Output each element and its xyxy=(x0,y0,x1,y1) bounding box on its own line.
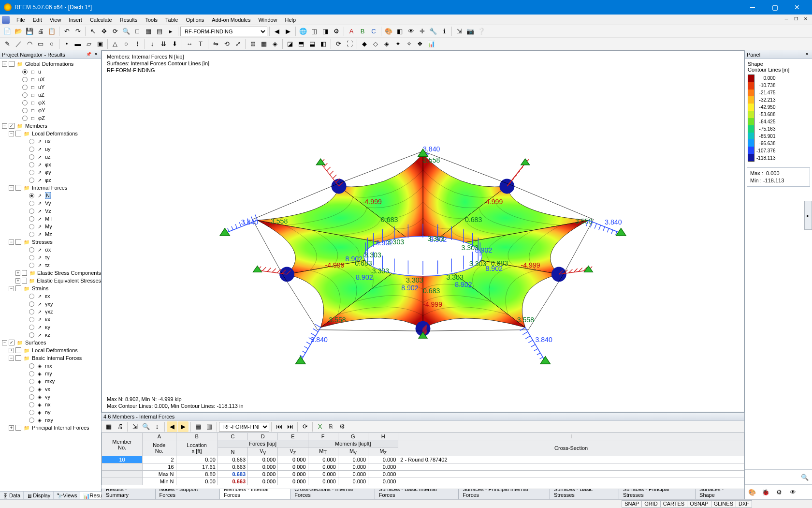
misc2-icon[interactable]: ◇ xyxy=(370,39,381,49)
arc-icon[interactable]: ◠ xyxy=(24,39,35,49)
export-icon[interactable]: ⇲ xyxy=(454,26,464,37)
status-snap[interactable]: SNAP xyxy=(622,500,642,508)
minimize-button[interactable]: ─ xyxy=(741,0,764,15)
results-cols-icon[interactable]: ▤ xyxy=(193,421,203,432)
menu-window[interactable]: Window xyxy=(254,16,281,24)
navigator-tree[interactable]: −📁Global Deformations□u□uX□uY□uZ□φX□φY□φ… xyxy=(0,59,101,491)
a-icon[interactable]: A xyxy=(346,26,357,37)
tree-item-ux[interactable]: □uX xyxy=(0,75,101,83)
results-tab-surfaces-shape[interactable]: Surfaces - Shape xyxy=(695,489,744,499)
results-first-icon[interactable]: ⏮ xyxy=(274,421,284,432)
grid-icon[interactable]: ▦ xyxy=(143,26,154,37)
tree-item-local-deformations[interactable]: +📁Local Deformations xyxy=(0,346,101,354)
globe-icon[interactable]: 🌐 xyxy=(298,26,308,37)
help-icon[interactable]: ❔ xyxy=(476,26,487,37)
tree-item-stresses[interactable]: −📁Stresses xyxy=(0,238,101,246)
results-tab-nodes-support-forces[interactable]: Nodes - Support Forces xyxy=(155,489,220,499)
osnap-icon[interactable]: ◈ xyxy=(270,39,280,49)
menu-options[interactable]: Options xyxy=(182,16,208,24)
line-icon[interactable]: ／ xyxy=(13,39,24,49)
tree-item--y[interactable]: □φY xyxy=(0,106,101,114)
tree-item-nx[interactable]: ◈nx xyxy=(0,401,101,408)
tree-item-ux[interactable]: ↗ux xyxy=(0,137,101,145)
tree-item--x[interactable]: ↗εx xyxy=(0,292,101,300)
tree-item-uz[interactable]: □uZ xyxy=(0,91,101,99)
solid-icon[interactable]: ▣ xyxy=(95,39,105,49)
areaload-icon[interactable]: ⬇ xyxy=(169,39,180,49)
axis-icon[interactable]: ✛ xyxy=(417,26,427,37)
legend-zoom-icon[interactable]: 🔍 xyxy=(799,472,810,482)
tree-item--z[interactable]: ↗φz xyxy=(0,176,101,184)
box-icon[interactable]: ◫ xyxy=(309,26,319,37)
results-settings-icon[interactable]: ⚙ xyxy=(337,421,348,432)
tree-item-ny[interactable]: ◈ny xyxy=(0,408,101,416)
mdi-restore-button[interactable]: ❐ xyxy=(792,16,800,23)
tree-item--x[interactable]: ↗σx xyxy=(0,246,101,254)
results-loadcase-combo[interactable]: RF-FORM-FINDING xyxy=(219,422,269,432)
save-icon[interactable]: 💾 xyxy=(24,26,35,37)
tree-item-vx[interactable]: ◈vx xyxy=(0,385,101,393)
square-icon[interactable]: □ xyxy=(132,26,143,37)
grid2-icon[interactable]: ▦ xyxy=(259,39,269,49)
results-excel-icon[interactable]: X xyxy=(315,421,325,432)
tree-item-basic-internal-forces[interactable]: −📁Basic Internal Forces xyxy=(0,354,101,362)
nav-tab-data[interactable]: 🗄Data xyxy=(0,492,24,499)
menu-edit[interactable]: Edit xyxy=(29,16,46,24)
undo-icon[interactable]: ↶ xyxy=(61,26,72,37)
results-csv-icon[interactable]: ⎘ xyxy=(326,421,336,432)
mdi-minimize-button[interactable]: ─ xyxy=(782,16,791,23)
tree-item-my[interactable]: ↗My xyxy=(0,223,101,230)
results-tab-members-internal-forces[interactable]: Members - Internal Forces xyxy=(219,489,290,499)
results-tab-surfaces-principal-internal-forces[interactable]: Surfaces - Principal Internal Forces xyxy=(458,489,550,499)
tree-item--xz[interactable]: ↗γxz xyxy=(0,308,101,315)
results-prev-icon[interactable]: ◀ xyxy=(167,421,177,432)
tree-item--z[interactable]: ↗κz xyxy=(0,331,101,339)
tree-item--xy[interactable]: ↗γxy xyxy=(0,300,101,308)
results-tab-results-summary[interactable]: Results - Summary xyxy=(102,489,156,499)
results-tab-surfaces-principal-stresses[interactable]: Surfaces - Principal Stresses xyxy=(619,489,696,499)
support-icon[interactable]: △ xyxy=(110,39,120,49)
gear-icon[interactable]: ⚙ xyxy=(331,26,342,37)
loadcase-combo[interactable]: RF-FORM-FINDING xyxy=(180,27,267,36)
results-rows-icon[interactable]: ▥ xyxy=(204,421,215,432)
tree-item-uz[interactable]: ↗uz xyxy=(0,153,101,161)
pencil-icon[interactable]: ✎ xyxy=(2,39,13,49)
render-icon[interactable]: ◧ xyxy=(394,26,405,37)
tree-item-vy[interactable]: ↗Vy xyxy=(0,199,101,207)
menu-calculate[interactable]: Calculate xyxy=(86,16,116,24)
results-tab-cross-sections-internal-forces[interactable]: Cross-Sections - Internal Forces xyxy=(290,489,375,499)
menu-table[interactable]: Table xyxy=(161,16,182,24)
tree-item-mx[interactable]: ◈mx xyxy=(0,362,101,370)
rotate2-icon[interactable]: ⟲ xyxy=(221,39,232,49)
circle-icon[interactable]: ○ xyxy=(46,39,57,49)
tree-item-internal-forces[interactable]: −📁Internal Forces xyxy=(0,184,101,192)
view-iso-icon[interactable]: ◪ xyxy=(285,39,295,49)
tree-item--y[interactable]: ↗φy xyxy=(0,168,101,176)
view-side-icon[interactable]: ◧ xyxy=(318,39,329,49)
menu-insert[interactable]: Insert xyxy=(65,16,86,24)
load-icon[interactable]: ↓ xyxy=(147,39,158,49)
mdi-close-button[interactable]: ✕ xyxy=(801,16,810,23)
panel-close-icon[interactable]: ✕ xyxy=(93,51,99,58)
tree-item--y[interactable]: ↗τy xyxy=(0,254,101,261)
status-cartes[interactable]: CARTES xyxy=(660,500,687,508)
maximize-button[interactable]: ▢ xyxy=(764,0,786,15)
model-viewport[interactable]: Members: Internal Forces N [kip]Surfaces… xyxy=(102,50,744,412)
tree-item-uy[interactable]: □uY xyxy=(0,83,101,91)
rect-icon[interactable]: ▭ xyxy=(35,39,46,49)
move-icon[interactable]: ✥ xyxy=(99,26,109,37)
fit-icon[interactable]: ⛶ xyxy=(344,39,355,49)
pin-icon[interactable]: 📌 xyxy=(86,51,92,58)
tree-item-my[interactable]: ◈my xyxy=(0,370,101,377)
tree-item-mxy[interactable]: ◈mxy xyxy=(0,377,101,385)
next-icon[interactable]: ▶ xyxy=(283,26,293,37)
tree-item-nxy[interactable]: ◈nxy xyxy=(0,416,101,424)
redo-icon[interactable]: ↷ xyxy=(72,26,83,37)
hinge-icon[interactable]: ○ xyxy=(121,39,131,49)
calc-icon[interactable]: ▸ xyxy=(165,26,176,37)
menu-results[interactable]: Results xyxy=(116,16,142,24)
snap-icon[interactable]: ⊞ xyxy=(247,39,258,49)
tree-item-principal-internal-forces[interactable]: +📁Principal Internal Forces xyxy=(0,424,101,432)
camera-icon[interactable]: 📷 xyxy=(465,26,476,37)
chart-icon[interactable]: 📊 xyxy=(426,39,436,49)
